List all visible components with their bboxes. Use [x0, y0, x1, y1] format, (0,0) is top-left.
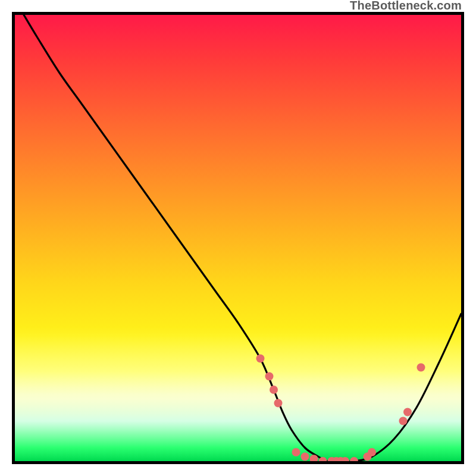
data-marker — [270, 386, 278, 394]
data-marker — [399, 417, 408, 425]
chart-frame — [12, 12, 464, 464]
chart-svg — [15, 15, 461, 461]
data-marker — [301, 453, 309, 461]
data-marker — [368, 448, 376, 456]
data-marker — [417, 364, 425, 372]
data-marker — [265, 372, 274, 381]
bottleneck-curve — [24, 15, 461, 461]
data-marker — [274, 399, 283, 408]
data-marker — [403, 408, 412, 416]
data-marker — [256, 355, 265, 363]
watermark-text: TheBottleneck.com — [350, 0, 462, 12]
data-marker — [350, 457, 358, 461]
data-marker — [292, 448, 300, 456]
